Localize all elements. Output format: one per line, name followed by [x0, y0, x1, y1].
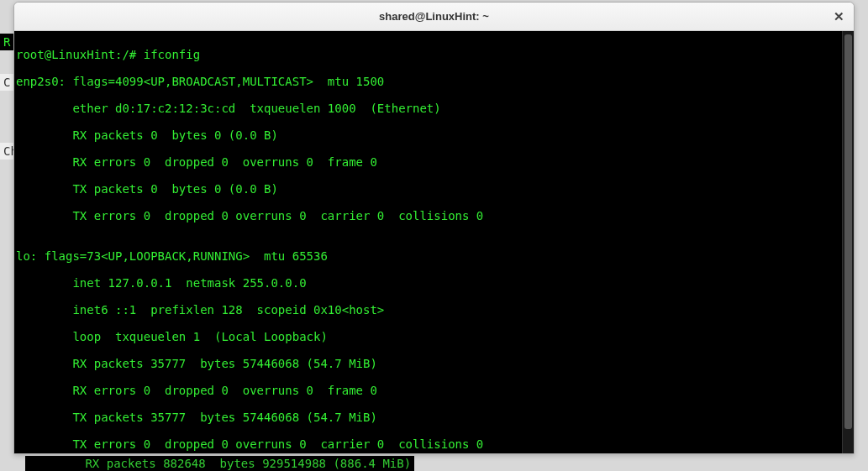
output-line: RX errors 0 dropped 0 overruns 0 frame 0 — [16, 155, 840, 169]
output-line: TX packets 0 bytes 0 (0.0 B) — [16, 182, 840, 196]
terminal-window: shared@LinuxHint: ~ ✕ root@LinuxHint:/# … — [13, 2, 855, 454]
output-line: inet6 ::1 prefixlen 128 scopeid 0x10<hos… — [16, 303, 840, 317]
prompt: root@LinuxHint:/# — [16, 48, 144, 61]
output-line: inet 127.0.0.1 netmask 255.0.0.0 — [16, 276, 840, 290]
output-line: TX errors 0 dropped 0 overruns 0 carrier… — [16, 437, 840, 451]
output-line: RX errors 0 dropped 0 overruns 0 frame 0 — [16, 384, 840, 397]
window-title: shared@LinuxHint: ~ — [379, 10, 489, 23]
terminal-area: root@LinuxHint:/# ifconfig enp2s0: flags… — [14, 31, 854, 453]
scrollbar-thumb[interactable] — [844, 34, 852, 429]
bg-fragment: C — [0, 74, 13, 91]
titlebar[interactable]: shared@LinuxHint: ~ ✕ — [14, 3, 854, 31]
output-line: TX errors 0 dropped 0 overruns 0 carrier… — [16, 209, 840, 222]
bg-bottom-fragment: RX packets 882648 bytes 929514988 (886.4… — [25, 456, 414, 471]
output-line: RX packets 35777 bytes 57446068 (54.7 Mi… — [16, 357, 840, 370]
terminal[interactable]: root@LinuxHint:/# ifconfig enp2s0: flags… — [14, 31, 842, 453]
command: ifconfig — [144, 48, 200, 61]
close-button[interactable]: ✕ — [832, 10, 845, 24]
output-line: TX packets 35777 bytes 57446068 (54.7 Mi… — [16, 411, 840, 424]
output-line: ether d0:17:c2:12:3c:cd txqueuelen 1000 … — [16, 102, 840, 115]
output-line: enp2s0: flags=4099<UP,BROADCAST,MULTICAS… — [16, 75, 840, 88]
output-line: loop txqueuelen 1 (Local Loopback) — [16, 330, 840, 343]
output-line: lo: flags=73<UP,LOOPBACK,RUNNING> mtu 65… — [16, 249, 840, 263]
output-line: RX packets 0 bytes 0 (0.0 B) — [16, 128, 840, 142]
scrollbar[interactable] — [842, 31, 854, 453]
bg-fragment: R — [0, 34, 13, 50]
prompt-line: root@LinuxHint:/# ifconfig — [16, 48, 840, 61]
close-icon: ✕ — [834, 9, 844, 24]
